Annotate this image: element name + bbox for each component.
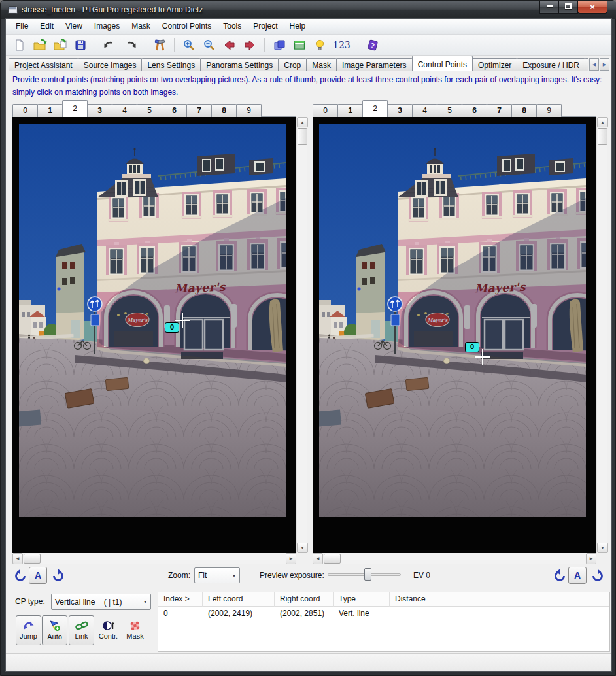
- maximize-icon: [565, 3, 572, 9]
- control-point-crosshair[interactable]: [175, 313, 190, 328]
- menu-item[interactable]: View: [60, 19, 88, 34]
- menu-item[interactable]: Tools: [217, 19, 247, 34]
- menu-item[interactable]: File: [10, 19, 34, 34]
- cp-table-icon[interactable]: [291, 37, 308, 54]
- link-button[interactable]: Link: [69, 615, 94, 645]
- image-tab[interactable]: 0: [12, 104, 38, 117]
- tab[interactable]: Project Se: [585, 58, 588, 71]
- jump-button[interactable]: Jump: [16, 615, 41, 645]
- image-tab[interactable]: 7: [186, 104, 212, 117]
- tab[interactable]: Optimizer: [472, 58, 517, 71]
- rotate-ccw-icon[interactable]: [553, 568, 567, 584]
- image-tab[interactable]: 1: [37, 104, 63, 117]
- menu-item[interactable]: Project: [247, 19, 283, 34]
- image-tab[interactable]: 6: [162, 104, 187, 117]
- detail-windows-icon[interactable]: [271, 37, 288, 54]
- toolbar-separator: [358, 38, 358, 52]
- rotate-cw-icon[interactable]: [51, 568, 65, 584]
- maximize-button[interactable]: [558, 1, 578, 14]
- cp-type-select[interactable]: Vertical line ( | t1) ▼: [51, 594, 151, 610]
- assistant-bulb-icon[interactable]: [311, 37, 328, 54]
- right-vertical-scrollbar[interactable]: ▲ ▼: [596, 117, 607, 553]
- left-vertical-scrollbar[interactable]: ▲ ▼: [296, 117, 307, 553]
- client-area: FileEditViewImagesMaskControl PointsTool…: [6, 19, 611, 671]
- zoom-in-icon[interactable]: [180, 37, 197, 54]
- rotate-cw-icon[interactable]: [590, 568, 605, 584]
- tabs-scroll-right-icon[interactable]: ▶: [600, 58, 609, 71]
- left-auto-button[interactable]: A: [29, 567, 47, 584]
- zoom-out-icon[interactable]: [201, 37, 218, 54]
- control-point-crosshair[interactable]: [475, 349, 490, 365]
- image-tab[interactable]: 1: [337, 104, 363, 117]
- image-tab[interactable]: 3: [87, 104, 112, 117]
- tab[interactable]: Source Images: [78, 58, 143, 71]
- close-button[interactable]: ×: [577, 1, 607, 14]
- zoom-value: Fit: [195, 571, 229, 580]
- image-tab[interactable]: 9: [236, 104, 262, 117]
- right-auto-button[interactable]: A: [568, 567, 587, 584]
- table-row[interactable]: 0 (2002, 2419) (2002, 2851) Vert. line: [158, 607, 609, 620]
- tools-icon[interactable]: [151, 37, 168, 54]
- right-image-tabstrip: 0123456789: [313, 100, 596, 117]
- right-image-canvas[interactable]: 0: [313, 117, 596, 553]
- auto-cp-button[interactable]: Auto: [42, 615, 67, 645]
- image-tab[interactable]: 8: [211, 104, 237, 117]
- previous-pair-icon[interactable]: [221, 37, 238, 54]
- redo-icon[interactable]: [122, 37, 139, 54]
- image-tab[interactable]: 7: [487, 104, 512, 117]
- image-tab[interactable]: 3: [387, 104, 413, 117]
- tab[interactable]: Project Assistant: [9, 58, 78, 71]
- next-pair-icon[interactable]: [241, 37, 258, 54]
- menu-item[interactable]: Mask: [126, 19, 156, 34]
- control-point-table[interactable]: Index > Left coord Right coord Type Dist…: [158, 592, 610, 652]
- table-header-row: Index > Left coord Right coord Type Dist…: [158, 592, 609, 607]
- import-images-icon[interactable]: [52, 37, 69, 54]
- menu-item[interactable]: Help: [284, 19, 312, 34]
- image-tab[interactable]: 4: [112, 104, 137, 117]
- image-tab[interactable]: 5: [437, 104, 462, 117]
- exposure-slider-thumb[interactable]: [364, 568, 371, 581]
- tab[interactable]: Lens Settings: [141, 58, 201, 71]
- cell-right-coord: (2002, 2851): [275, 607, 334, 620]
- rotate-ccw-icon[interactable]: [13, 568, 27, 584]
- image-tab[interactable]: 2: [362, 100, 388, 117]
- contrast-button[interactable]: Contr.: [95, 615, 121, 645]
- tab[interactable]: Panorama Settings: [200, 58, 279, 71]
- image-tab[interactable]: 6: [462, 104, 487, 117]
- cell-type: Vert. line: [334, 607, 390, 620]
- open-project-icon[interactable]: [31, 37, 48, 54]
- image-tab[interactable]: 5: [137, 104, 162, 117]
- image-tab[interactable]: 9: [536, 104, 562, 117]
- column-header[interactable]: Type: [334, 592, 390, 607]
- mask-button[interactable]: Mask: [122, 615, 148, 645]
- tab[interactable]: Control Points: [412, 56, 473, 71]
- column-header[interactable]: Left coord: [203, 592, 275, 607]
- left-image-canvas[interactable]: 0: [12, 117, 296, 553]
- new-project-icon[interactable]: [11, 37, 28, 54]
- tab[interactable]: Crop: [278, 58, 307, 71]
- tab[interactable]: Image Parameters: [336, 58, 413, 71]
- image-tab[interactable]: 8: [511, 104, 537, 117]
- right-horizontal-scrollbar[interactable]: ◀ ▶: [313, 553, 596, 564]
- image-tab[interactable]: 2: [62, 100, 88, 117]
- column-header[interactable]: Distance: [390, 592, 439, 607]
- close-icon: ×: [590, 2, 595, 12]
- tabs-scroll-left-icon[interactable]: ◀: [589, 58, 599, 71]
- undo-icon[interactable]: [101, 37, 118, 54]
- column-header[interactable]: Right coord: [275, 592, 334, 607]
- save-project-icon[interactable]: [72, 37, 89, 54]
- help-book-icon[interactable]: ?: [364, 37, 381, 54]
- minimize-button[interactable]: [539, 1, 559, 14]
- left-horizontal-scrollbar[interactable]: ◀ ▶: [12, 553, 296, 564]
- menu-item[interactable]: Control Points: [156, 19, 217, 34]
- main-tabstrip: Project AssistantSource ImagesLens Setti…: [6, 56, 611, 71]
- tab[interactable]: Mask: [306, 58, 337, 71]
- tab[interactable]: Exposure / HDR: [517, 58, 585, 71]
- menu-item[interactable]: Images: [88, 19, 126, 34]
- menu-item[interactable]: Edit: [34, 19, 60, 34]
- image-tab[interactable]: 4: [412, 104, 437, 117]
- image-tab[interactable]: 0: [313, 104, 338, 117]
- numbers-icon[interactable]: 123: [332, 40, 352, 50]
- zoom-select[interactable]: Fit ▼: [194, 567, 240, 583]
- column-header[interactable]: Index >: [158, 592, 203, 607]
